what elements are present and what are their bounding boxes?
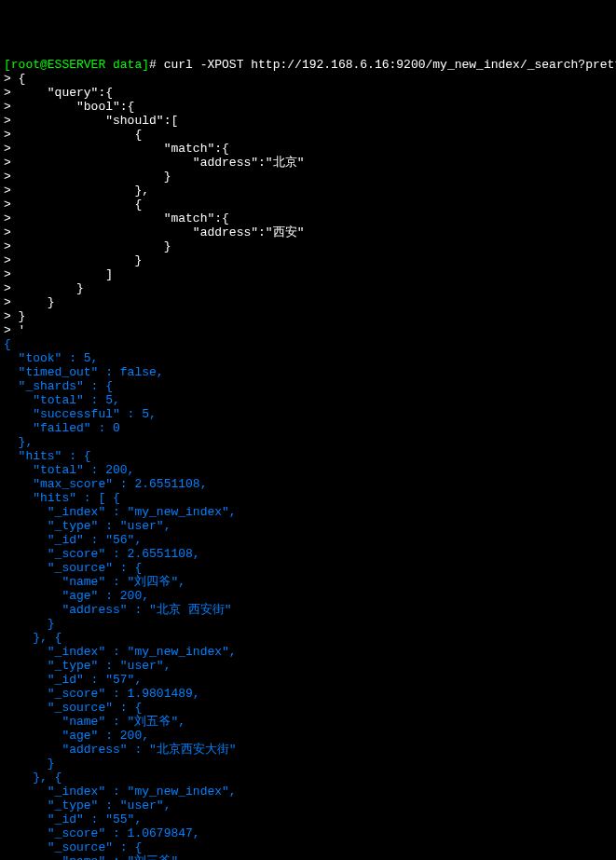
command-input-body: > { > "query":{ > "bool":{ > "should":[ … <box>4 72 304 337</box>
prompt-hash: # <box>149 58 157 72</box>
terminal-output[interactable]: [root@ESSERVER data]# curl -XPOST http:/… <box>4 58 612 860</box>
command-text: curl -XPOST http://192.168.6.16:9200/my_… <box>164 58 616 72</box>
command-output-body: { "took" : 5, "timed_out" : false, "_sha… <box>4 337 237 860</box>
prompt-user-host: [root@ESSERVER data] <box>4 58 149 72</box>
